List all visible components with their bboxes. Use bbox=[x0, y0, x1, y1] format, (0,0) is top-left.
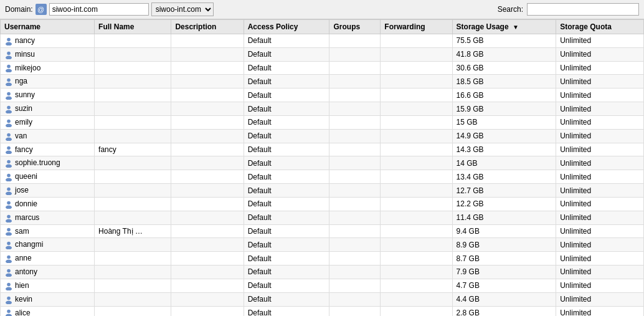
username-cell: jose bbox=[1, 184, 95, 198]
svg-point-7 bbox=[6, 83, 12, 87]
svg-point-20 bbox=[7, 174, 11, 178]
fullname-cell bbox=[95, 211, 171, 224]
domain-label: Domain: bbox=[5, 5, 33, 14]
username-cell: anne bbox=[1, 252, 95, 266]
storage-usage-cell: 14 GB bbox=[452, 156, 556, 170]
table-row[interactable]: sophie.truongDefault14 GBUnlimited bbox=[1, 156, 644, 170]
fullname-cell bbox=[95, 197, 171, 211]
groups-cell bbox=[329, 211, 381, 224]
table-row[interactable]: vanDefault14.9 GBUnlimited bbox=[1, 129, 644, 143]
col-groups[interactable]: Groups bbox=[329, 20, 381, 34]
table-row[interactable]: marcusDefault11.4 GBUnlimited bbox=[1, 211, 644, 224]
storage-quota-cell: Unlimited bbox=[556, 115, 644, 129]
table-row[interactable]: kevinDefault4.4 GBUnlimited bbox=[1, 292, 644, 306]
svg-point-26 bbox=[7, 214, 11, 218]
col-storage-usage[interactable]: Storage Usage ▼ bbox=[452, 20, 556, 34]
col-forwarding[interactable]: Forwarding bbox=[381, 20, 452, 34]
table-row[interactable]: hienDefault4.7 GBUnlimited bbox=[1, 279, 644, 292]
storage-usage-cell: 14.9 GB bbox=[452, 129, 556, 143]
description-cell bbox=[171, 89, 244, 102]
col-description[interactable]: Description bbox=[171, 20, 244, 34]
svg-point-23 bbox=[6, 191, 12, 195]
table-row[interactable]: antonyDefault7.9 GBUnlimited bbox=[1, 266, 644, 279]
col-storage-quota[interactable]: Storage Quota bbox=[556, 20, 644, 34]
table-row[interactable]: nancyDefault75.5 GBUnlimited bbox=[1, 34, 644, 48]
user-icon bbox=[4, 173, 13, 181]
access-policy-cell: Default bbox=[244, 115, 329, 129]
svg-point-29 bbox=[6, 232, 12, 236]
col-fullname[interactable]: Full Name bbox=[95, 20, 171, 34]
table-row[interactable]: suzinDefault15.9 GBUnlimited bbox=[1, 102, 644, 116]
fullname-cell bbox=[95, 266, 171, 279]
user-icon bbox=[4, 118, 13, 127]
forwarding-cell bbox=[381, 75, 452, 89]
svg-point-32 bbox=[7, 256, 11, 259]
fullname-cell bbox=[95, 61, 171, 75]
username-cell: van bbox=[1, 129, 95, 143]
table-row[interactable]: ngaDefault18.5 GBUnlimited bbox=[1, 75, 644, 89]
user-icon bbox=[4, 159, 13, 168]
groups-cell bbox=[329, 224, 381, 238]
username-cell: mikejoo bbox=[1, 61, 95, 75]
svg-point-40 bbox=[7, 310, 11, 314]
groups-cell bbox=[329, 266, 381, 279]
storage-usage-cell: 8.9 GB bbox=[452, 238, 556, 252]
forwarding-cell bbox=[381, 279, 452, 292]
storage-usage-cell: 7.9 GB bbox=[452, 266, 556, 279]
col-username[interactable]: Username bbox=[1, 20, 95, 34]
col-access-policy[interactable]: Access Policy bbox=[244, 20, 329, 34]
user-icon bbox=[4, 309, 13, 316]
table-row[interactable]: minsuDefault41.8 GBUnlimited bbox=[1, 47, 644, 61]
table-row[interactable]: samHoàng Thị …Default9.4 GBUnlimited bbox=[1, 224, 644, 238]
table-row[interactable]: fancyfancyDefault14.3 GBUnlimited bbox=[1, 143, 644, 156]
storage-usage-cell: 16.6 GB bbox=[452, 89, 556, 102]
svg-point-2 bbox=[7, 51, 11, 55]
forwarding-cell bbox=[381, 252, 452, 266]
storage-quota-cell: Unlimited bbox=[556, 252, 644, 266]
access-policy-cell: Default bbox=[244, 197, 329, 211]
groups-cell bbox=[329, 306, 381, 316]
table-row[interactable]: aliceDefault2.8 GBUnlimited bbox=[1, 306, 644, 316]
description-cell bbox=[171, 197, 244, 211]
groups-cell bbox=[329, 184, 381, 198]
access-policy-cell: Default bbox=[244, 252, 329, 266]
svg-point-24 bbox=[7, 201, 11, 204]
access-policy-cell: Default bbox=[244, 224, 329, 238]
storage-quota-cell: Unlimited bbox=[556, 170, 644, 184]
forwarding-cell bbox=[381, 224, 452, 238]
forwarding-cell bbox=[381, 156, 452, 170]
table-row[interactable]: joseDefault12.7 GBUnlimited bbox=[1, 184, 644, 198]
user-icon bbox=[4, 145, 13, 154]
svg-point-27 bbox=[6, 219, 12, 223]
username-cell: sophie.truong bbox=[1, 156, 95, 170]
storage-quota-cell: Unlimited bbox=[556, 184, 644, 198]
description-cell bbox=[171, 211, 244, 224]
table-row[interactable]: emilyDefault15 GBUnlimited bbox=[1, 115, 644, 129]
svg-point-19 bbox=[6, 165, 12, 168]
username-cell: nga bbox=[1, 75, 95, 89]
table-row[interactable]: changmiDefault8.9 GBUnlimited bbox=[1, 238, 644, 252]
domain-select[interactable]: siwoo-int.com bbox=[151, 2, 214, 16]
user-icon bbox=[4, 132, 13, 141]
search-input[interactable] bbox=[527, 3, 639, 16]
access-policy-cell: Default bbox=[244, 102, 329, 116]
table-row[interactable]: anneDefault8.7 GBUnlimited bbox=[1, 252, 644, 266]
description-cell bbox=[171, 184, 244, 198]
table-header-row: Username Full Name Description Access Po… bbox=[1, 20, 644, 34]
access-policy-cell: Default bbox=[244, 143, 329, 156]
groups-cell bbox=[329, 75, 381, 89]
access-policy-cell: Default bbox=[244, 279, 329, 292]
fullname-cell bbox=[95, 75, 171, 89]
table-row[interactable]: donnieDefault12.2 GBUnlimited bbox=[1, 197, 644, 211]
table-row[interactable]: mikejooDefault30.6 GBUnlimited bbox=[1, 61, 644, 75]
access-policy-cell: Default bbox=[244, 211, 329, 224]
svg-point-17 bbox=[6, 151, 12, 155]
username-cell: marcus bbox=[1, 211, 95, 224]
table-row[interactable]: sunnyDefault16.6 GBUnlimited bbox=[1, 89, 644, 102]
domain-input[interactable] bbox=[49, 3, 149, 16]
username-cell: emily bbox=[1, 115, 95, 129]
storage-quota-cell: Unlimited bbox=[556, 34, 644, 48]
groups-cell bbox=[329, 156, 381, 170]
table-row[interactable]: queeniDefault13.4 GBUnlimited bbox=[1, 170, 644, 184]
description-cell bbox=[171, 115, 244, 129]
